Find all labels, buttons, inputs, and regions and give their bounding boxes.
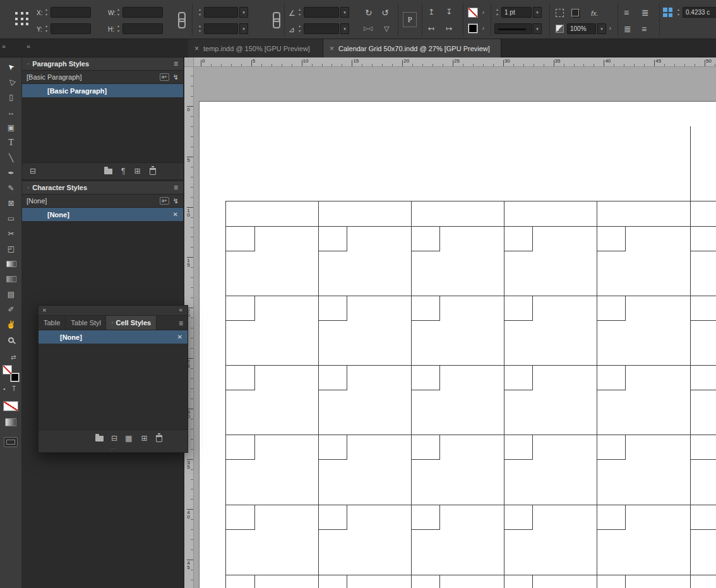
stroke-weight-dropdown[interactable] (533, 7, 542, 18)
selection-tool[interactable]: ➤ (0, 59, 22, 75)
align-top-icon[interactable]: ≡ (624, 8, 629, 17)
stroke-weight-field[interactable]: 1 pt (501, 7, 532, 18)
align-bottom-icon[interactable]: ≣ (641, 8, 649, 17)
new-style-group-icon[interactable] (95, 436, 104, 441)
close-panel-icon[interactable]: × (42, 306, 46, 314)
scale-y-field[interactable] (204, 23, 238, 34)
opacity-field[interactable]: 100% (567, 23, 596, 34)
ruler-origin[interactable] (184, 57, 194, 67)
flip-vertical-icon[interactable]: ▽ (384, 25, 389, 32)
content-collector-tool[interactable]: ▣ (0, 120, 22, 135)
scale-x-field[interactable] (204, 7, 238, 18)
free-transform-tool[interactable]: ◰ (0, 241, 22, 256)
cell-style-icon[interactable]: ▦ (125, 435, 132, 442)
gap-tool[interactable]: ↔ (0, 105, 22, 120)
corner-radius-stepper[interactable] (676, 7, 681, 18)
distribute-down-icon[interactable]: ↧ (446, 8, 452, 16)
stroke-style-dropdown[interactable] (533, 23, 542, 34)
rotation-angle-field[interactable] (304, 7, 339, 18)
w-field[interactable] (122, 7, 163, 18)
type-tool[interactable]: T (0, 135, 22, 150)
page-tool[interactable]: ▯ (0, 90, 22, 105)
scale-x-stepper[interactable] (197, 7, 203, 18)
scale-y-stepper[interactable] (197, 23, 203, 34)
distribute-up-icon[interactable]: ↥ (428, 8, 434, 16)
style-override-badge[interactable]: a+ (160, 73, 169, 81)
break-link-icon[interactable]: ✕ (173, 211, 178, 218)
scale-y-dropdown[interactable] (239, 23, 248, 34)
fill-color-swatch[interactable] (468, 23, 478, 33)
clear-overrides-icon[interactable]: ⊟ (111, 435, 117, 442)
panel-menu-icon[interactable]: ≡ (179, 319, 183, 328)
canvas[interactable] (194, 67, 716, 588)
create-new-style-icon[interactable]: ⊞ (141, 435, 147, 442)
tab-table[interactable]: Table (39, 316, 66, 330)
distribute-right-icon[interactable]: ↦ (446, 25, 452, 32)
justify-right-icon[interactable]: ≡ (641, 25, 647, 33)
fill-stroke-indicator[interactable] (3, 365, 20, 382)
flip-horizontal-icon[interactable]: ▷◁ (364, 26, 373, 32)
y-stepper[interactable] (44, 23, 49, 34)
character-styles-header[interactable]: ◦ Character Styles ≡ (22, 181, 183, 195)
style-list-item-selected[interactable]: [None] ✕ (39, 330, 188, 344)
h-stepper[interactable] (116, 23, 121, 34)
eyedropper-tool[interactable]: ✐ (0, 302, 22, 317)
constrain-scale-icon[interactable] (271, 12, 279, 27)
tab-calendar-grid-indd[interactable]: × Calendar Grid 50x70.indd @ 27% [GPU Pr… (323, 39, 501, 57)
shear-dropdown[interactable] (340, 23, 349, 34)
formatting-affects-container-icon[interactable]: ▪ (3, 387, 5, 392)
formatting-affects-text-icon[interactable]: T (12, 386, 16, 392)
panel-menu-icon[interactable]: ≡ (174, 59, 178, 68)
zoom-tool[interactable] (0, 332, 22, 347)
constrain-dimensions-icon[interactable] (177, 12, 184, 27)
gradient-swatch-tool[interactable] (0, 256, 22, 272)
reference-point-proxy[interactable] (15, 12, 29, 26)
fill-color-expand-icon[interactable]: › (480, 23, 487, 34)
tools-expand-icon[interactable]: » (2, 42, 6, 50)
panel-resize-handle[interactable]: ⋯ (39, 447, 188, 452)
effects-button[interactable]: fx. (591, 10, 599, 17)
rectangle-frame-tool[interactable]: ⊠ (0, 196, 22, 211)
ruler-horizontal[interactable]: 05101520253035404550 (184, 57, 716, 67)
style-list-item-selected[interactable]: [Basic Paragraph] (22, 84, 183, 97)
rectangle-tool[interactable]: ▭ (0, 211, 22, 226)
rotate-ccw-icon[interactable]: ↺ (381, 8, 389, 17)
collapse-panel-icon[interactable]: « (179, 306, 182, 313)
close-tab-icon[interactable]: × (330, 44, 334, 53)
panel-group-titlebar[interactable]: × « (39, 306, 188, 315)
shear-stepper[interactable] (297, 23, 302, 34)
select-container-button[interactable]: P (403, 12, 417, 27)
gradient-feather-tool[interactable] (0, 272, 22, 287)
document-page[interactable] (199, 101, 716, 588)
delete-style-icon[interactable] (156, 435, 162, 442)
stroke-weight-stepper[interactable] (494, 7, 500, 18)
y-field[interactable] (51, 23, 91, 34)
stroke-style-field[interactable] (494, 23, 532, 34)
tab-cell-styles[interactable]: ◦ Cell Styles (106, 316, 157, 330)
scissors-tool[interactable]: ✂ (0, 226, 22, 241)
new-style-group-icon[interactable] (104, 169, 112, 174)
tab-temp-indd[interactable]: × temp.indd @ 150% [GPU Preview] (188, 39, 323, 57)
clear-overrides-icon[interactable]: ¶ (121, 167, 125, 175)
panel-menu-icon[interactable]: ≡ (174, 183, 178, 192)
rotation-stepper[interactable] (297, 7, 302, 18)
hand-tool[interactable]: ✌ (0, 317, 22, 332)
style-override-badge[interactable]: a+ (160, 197, 169, 205)
opacity-expand-icon[interactable]: › (607, 23, 614, 34)
apply-none-button[interactable] (3, 401, 18, 411)
pencil-tool[interactable]: ✎ (0, 181, 22, 196)
scale-x-dropdown[interactable] (239, 7, 248, 18)
note-tool[interactable]: ▤ (0, 287, 22, 302)
shear-angle-field[interactable] (304, 23, 339, 34)
justify-left-icon[interactable]: ≣ (624, 25, 631, 33)
tab-table-styles[interactable]: Table Styl (66, 316, 106, 330)
screen-mode-button[interactable] (4, 437, 18, 447)
rotate-cw-icon[interactable]: ↻ (365, 8, 373, 17)
rotation-dropdown[interactable] (340, 7, 349, 18)
live-corner-proxy-icon[interactable] (663, 8, 672, 17)
distribute-left-icon[interactable]: ↤ (428, 25, 434, 32)
corner-options-icon[interactable] (556, 9, 564, 17)
fill-none-swatch[interactable] (3, 365, 12, 375)
opacity-dropdown[interactable] (597, 23, 606, 34)
break-link-icon[interactable]: ✕ (177, 333, 182, 340)
